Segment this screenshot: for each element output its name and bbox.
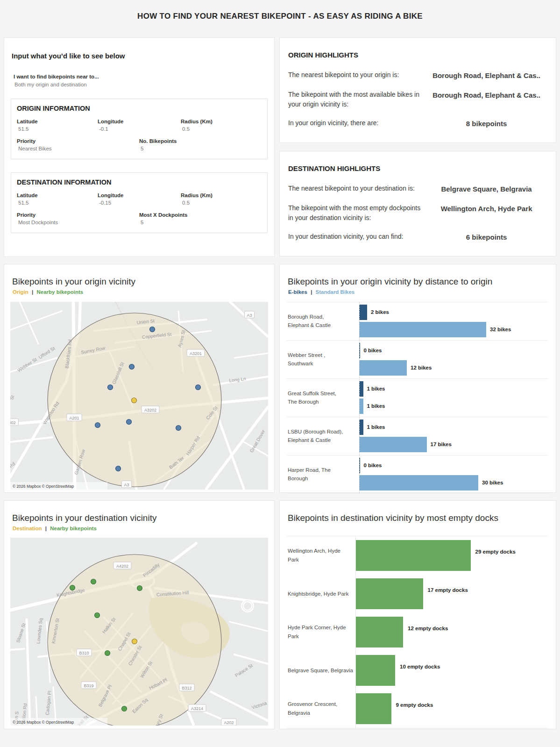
bar-empty-docks[interactable] — [355, 655, 395, 686]
legend-separator: | — [311, 289, 312, 295]
origin-chart-legend: E-bikes | Standard Bikes — [288, 289, 556, 295]
bar-ebikes[interactable] — [359, 381, 363, 397]
bar-group: 1 bikes1 bikes — [359, 379, 548, 417]
bikepoint-marker[interactable] — [137, 586, 142, 591]
legend-standard-bikes: Standard Bikes — [316, 289, 355, 295]
field-label: Priority — [17, 212, 139, 218]
center-marker[interactable] — [132, 398, 137, 403]
highlight-value: 6 bikepoints — [425, 232, 547, 242]
dest-latitude-input[interactable]: 51.5 — [17, 200, 98, 206]
bar-empty-docks[interactable] — [355, 693, 391, 724]
destination-information-box: DESTINATION INFORMATION Latitude 51.5 Lo… — [11, 172, 268, 233]
origin-priority-input[interactable]: Nearest Bikes — [17, 146, 139, 151]
chart-row: LSBU (Borough Road),Elephant & Castle1 b… — [287, 417, 548, 455]
svg-text:302: 302 — [10, 420, 16, 425]
filter-block: I want to find bikepoints near to... Bot… — [14, 74, 265, 87]
bar-standard[interactable] — [359, 360, 407, 376]
chart-row: Hyde Park Corner, HydePark12 empty docks — [287, 613, 548, 651]
bar-standard[interactable] — [359, 398, 363, 414]
dest-priority-input[interactable]: Most Dockpoints — [17, 220, 139, 225]
bar-empty-docks[interactable] — [355, 578, 423, 609]
origin-latitude-field: Latitude 51.5 — [17, 119, 98, 132]
highlight-row: In your destination vicinity, you can fi… — [288, 232, 547, 242]
bar-group: 0 bikes30 bikes — [359, 455, 548, 493]
highlight-row: The bikepoint with the most available bi… — [288, 90, 547, 109]
bikepoint-marker[interactable] — [105, 651, 110, 656]
bar-value-label: 0 bikes — [364, 343, 382, 358]
bar-empty-docks[interactable] — [355, 540, 471, 571]
category-label: Wellington Arch, HydePark — [288, 547, 355, 564]
bar-group: 10 empty docks — [355, 651, 548, 690]
dest-longitude-field: Longitude -0.15 — [98, 192, 181, 206]
road-badge: 302 — [10, 419, 18, 426]
origin-chart-panel: Bikepoints in your origin vicinity by di… — [279, 264, 556, 493]
bar-empty-docks[interactable] — [355, 617, 403, 647]
origin-longitude-field: Longitude -0.1 — [98, 119, 181, 132]
origin-highlights-panel: ORIGIN HIGHLIGHTS The nearest bikepoint … — [279, 37, 556, 143]
filter-label: I want to find bikepoints near to... — [14, 74, 265, 79]
origin-radius-field: Radius (Km) 0.5 — [181, 119, 262, 132]
bar-standard[interactable] — [359, 437, 427, 452]
legend-nearby-bikepoints: Nearby bikepoints — [50, 526, 97, 531]
bar-group: 9 empty docks — [355, 690, 548, 728]
input-panel: Input what you’d like to see below I wan… — [4, 37, 275, 257]
dest-longitude-input[interactable]: -0.15 — [98, 200, 181, 206]
bar-group: 17 empty docks — [355, 575, 548, 613]
bikepoint-marker[interactable] — [127, 420, 132, 425]
bar-ebikes[interactable] — [359, 305, 367, 320]
bikepoint-marker[interactable] — [116, 466, 121, 471]
bikepoint-marker[interactable] — [196, 385, 201, 390]
dest-radius-input[interactable]: 0.5 — [181, 200, 262, 206]
destination-map-canvas[interactable]: PiccadillyKnightsbridgeConstitution Hill… — [10, 538, 268, 726]
dest-latitude-field: Latitude 51.5 — [17, 192, 98, 206]
legend-origin: Origin — [13, 289, 28, 295]
bikepoint-marker[interactable] — [108, 385, 113, 390]
bikepoint-marker[interactable] — [129, 364, 135, 370]
bikepoint-marker[interactable] — [95, 423, 100, 428]
bar-standard[interactable] — [359, 322, 486, 337]
bar-ebikes[interactable] — [359, 420, 363, 435]
svg-text:A3214: A3214 — [191, 706, 203, 711]
filter-dropdown[interactable]: Both my origin and destination — [14, 82, 265, 87]
bar-value-label: 2 bikes — [371, 305, 389, 320]
dest-dockpoints-field: Most X Dockpoints 5 — [139, 212, 262, 225]
destination-chart-panel: Bikepoints in destination vicinity by mo… — [279, 500, 556, 729]
svg-text:© 2026 Mapbox © OpenStreetMap: © 2026 Mapbox © OpenStreetMap — [13, 720, 74, 725]
road-badge: A3201 — [187, 349, 205, 356]
bar-group: 2 bikes32 bikes — [359, 302, 548, 340]
svg-text:© 2026 Mapbox © OpenStreetMap: © 2026 Mapbox © OpenStreetMap — [13, 484, 74, 489]
origin-highlights-heading: ORIGIN HIGHLIGHTS — [288, 51, 547, 59]
page-title: HOW TO FIND YOUR NEAREST BIKEPOINT - AS … — [0, 12, 560, 21]
destination-highlights-heading: DESTINATION HIGHLIGHTS — [288, 164, 547, 172]
origin-map-canvas[interactable]: Union StCopperfield StSurrey RowBlackfri… — [10, 302, 268, 490]
bikepoint-marker[interactable] — [95, 613, 100, 618]
center-marker[interactable] — [132, 639, 137, 644]
bikepoint-marker[interactable] — [122, 706, 127, 711]
bikepoint-marker[interactable] — [150, 327, 155, 332]
svg-text:A3201: A3201 — [190, 351, 202, 356]
legend-separator: | — [45, 526, 47, 531]
bar-group: 29 empty docks — [355, 536, 548, 575]
field-label: Radius (Km) — [181, 119, 262, 124]
origin-radius-input[interactable]: 0.5 — [181, 126, 262, 132]
origin-map-title: Bikepoints in your origin vicinity — [12, 277, 274, 287]
bar-value-label: 29 empty docks — [475, 536, 516, 567]
highlight-value: Borough Road, Elephant & Cas.. — [425, 70, 547, 81]
origin-latitude-input[interactable]: 51.5 — [17, 126, 98, 132]
origin-map-panel: Bikepoints in your origin vicinity Origi… — [4, 264, 275, 493]
bar-standard[interactable] — [359, 475, 478, 491]
origin-information-heading: ORIGIN INFORMATION — [17, 105, 262, 112]
dest-dockpoints-input[interactable]: 5 — [139, 220, 262, 225]
road-badge: B319 — [81, 682, 96, 689]
bikepoint-marker[interactable] — [91, 579, 96, 584]
origin-longitude-input[interactable]: -0.1 — [98, 126, 181, 132]
bikepoint-marker[interactable] — [176, 426, 181, 431]
category-label: Harper Road, TheBorough — [288, 466, 357, 484]
origin-bikepoints-input[interactable]: 5 — [139, 146, 262, 151]
destination-highlights-panel: DESTINATION HIGHLIGHTS The nearest bikep… — [279, 151, 556, 256]
input-panel-heading: Input what you’d like to see below — [12, 52, 267, 60]
highlight-label: The nearest bikepoint to your destinatio… — [288, 184, 425, 194]
highlight-value: Wellington Arch, Hyde Park — [425, 203, 547, 223]
bar-value-label: 17 empty docks — [428, 575, 468, 605]
dest-radius-field: Radius (Km) 0.5 — [181, 192, 262, 206]
